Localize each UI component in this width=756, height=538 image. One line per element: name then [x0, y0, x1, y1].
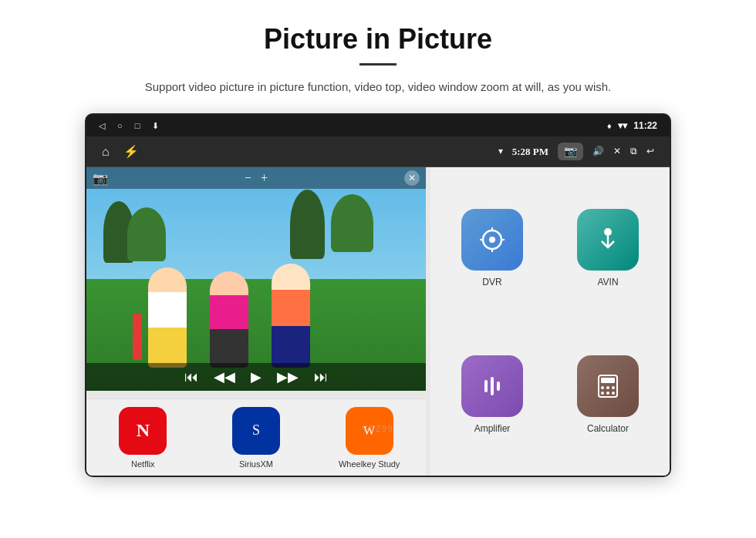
- avin-label: AVIN: [597, 277, 618, 287]
- location-icon: ⬧: [606, 120, 612, 131]
- nav-right: ▾ 5:28 PM 📷 🔊 ✕ ⧉ ↩: [498, 143, 654, 160]
- screen-content: 📷 − + ✕: [86, 167, 670, 476]
- home-nav-icon[interactable]: ○: [117, 121, 123, 130]
- person-1: [148, 267, 187, 368]
- pip-plus-button[interactable]: +: [261, 171, 268, 185]
- page-title: Picture in Picture: [264, 23, 492, 55]
- wifi-nav-icon: ▾: [498, 146, 503, 157]
- avin-icon: [577, 209, 639, 271]
- back-button[interactable]: ↩: [646, 146, 654, 157]
- play-pause-icon[interactable]: ▶: [251, 368, 262, 385]
- svg-point-8: [601, 386, 604, 389]
- calculator-label: Calculator: [587, 423, 629, 434]
- siriusxm-label: SiriusXM: [239, 459, 273, 469]
- camera-button[interactable]: 📷: [558, 143, 583, 160]
- pip-size-controls: − +: [245, 171, 268, 185]
- forward-icon[interactable]: ▶▶: [277, 368, 299, 385]
- status-bar-right: ⬧ ▾▾ 11:22: [606, 120, 657, 131]
- calculator-icon: [577, 355, 639, 417]
- svg-rect-5: [497, 382, 500, 391]
- wheelkey-label: Wheelkey Study: [339, 459, 400, 469]
- bottom-app-row: N Netflix S SiriusXM W Wheelkey Study: [86, 398, 426, 476]
- clock-time: 11:22: [633, 120, 657, 131]
- red-object: [133, 314, 142, 360]
- recent-nav-icon[interactable]: □: [135, 121, 140, 130]
- prev-track-icon[interactable]: ⏮: [184, 369, 198, 385]
- pip-icon[interactable]: ⧉: [630, 146, 637, 157]
- netflix-app[interactable]: N Netflix: [108, 407, 177, 469]
- pip-topbar: 📷 − + ✕: [86, 167, 426, 189]
- nav-left: ⌂ ⚡: [102, 144, 139, 159]
- close-icon[interactable]: ✕: [613, 146, 621, 157]
- right-app-grid: DVR AVIN: [430, 167, 670, 476]
- tree-4: [331, 194, 373, 252]
- svg-point-2: [604, 228, 612, 236]
- download-icon: ⬇: [152, 121, 159, 131]
- person-2: [210, 271, 248, 368]
- title-divider: [359, 63, 397, 66]
- usb-icon[interactable]: ⚡: [123, 144, 139, 159]
- pip-minus-button[interactable]: −: [245, 171, 251, 185]
- dvr-label: DVR: [482, 277, 501, 287]
- svg-point-10: [612, 386, 615, 389]
- status-bar-left: ◁ ○ □ ⬇: [99, 121, 159, 131]
- dvr-app[interactable]: DVR: [438, 179, 546, 318]
- next-track-icon[interactable]: ⏭: [314, 369, 328, 385]
- nav-bar: ⌂ ⚡ ▾ 5:28 PM 📷 🔊 ✕ ⧉ ↩: [86, 136, 670, 167]
- svg-point-13: [612, 392, 615, 395]
- page-container: Picture in Picture Support video picture…: [0, 0, 756, 485]
- pip-bottom-controls: ⏮ ◀◀ ▶ ▶▶ ⏭: [86, 363, 426, 391]
- dvr-icon: [461, 209, 523, 271]
- video-scene: [86, 167, 426, 391]
- amplifier-app[interactable]: Amplifier: [438, 325, 546, 464]
- svg-point-11: [601, 392, 604, 395]
- calculator-app[interactable]: Calculator: [554, 325, 662, 464]
- netflix-icon: N: [119, 407, 167, 455]
- nav-time: 5:28 PM: [512, 146, 548, 158]
- tree-2: [127, 207, 166, 261]
- netflix-label: Netflix: [131, 459, 155, 469]
- amplifier-label: Amplifier: [474, 423, 511, 434]
- person-3: [272, 264, 310, 368]
- wheelkey-app[interactable]: W Wheelkey Study: [335, 407, 404, 469]
- watermark: VCZ99: [362, 425, 393, 433]
- back-nav-icon[interactable]: ◁: [99, 121, 105, 131]
- svg-point-1: [489, 237, 495, 243]
- rewind-icon[interactable]: ◀◀: [214, 368, 235, 385]
- siriusxm-icon: S: [232, 407, 280, 455]
- home-icon[interactable]: ⌂: [102, 145, 110, 159]
- pip-window[interactable]: 📷 − + ✕: [86, 167, 426, 391]
- tree-3: [290, 190, 325, 259]
- device-frame: ◁ ○ □ ⬇ ⬧ ▾▾ 11:22 ⌂ ⚡ ▾ 5:28 PM 📷 🔊: [85, 113, 671, 477]
- wifi-signal-icon: ▾▾: [618, 120, 627, 131]
- svg-rect-4: [491, 377, 494, 395]
- pip-camera-icon: 📷: [93, 171, 108, 186]
- pip-close-button[interactable]: ✕: [404, 170, 420, 186]
- volume-icon[interactable]: 🔊: [592, 146, 604, 157]
- amplifier-icon: [461, 355, 523, 417]
- page-description: Support video picture in picture functio…: [145, 78, 611, 96]
- svg-rect-3: [484, 380, 488, 392]
- svg-point-12: [606, 392, 609, 395]
- svg-rect-7: [601, 378, 615, 383]
- siriusxm-app[interactable]: S SiriusXM: [221, 407, 291, 469]
- svg-point-9: [606, 386, 609, 389]
- status-bar: ◁ ○ □ ⬇ ⬧ ▾▾ 11:22: [86, 115, 670, 136]
- avin-app[interactable]: AVIN: [554, 179, 662, 318]
